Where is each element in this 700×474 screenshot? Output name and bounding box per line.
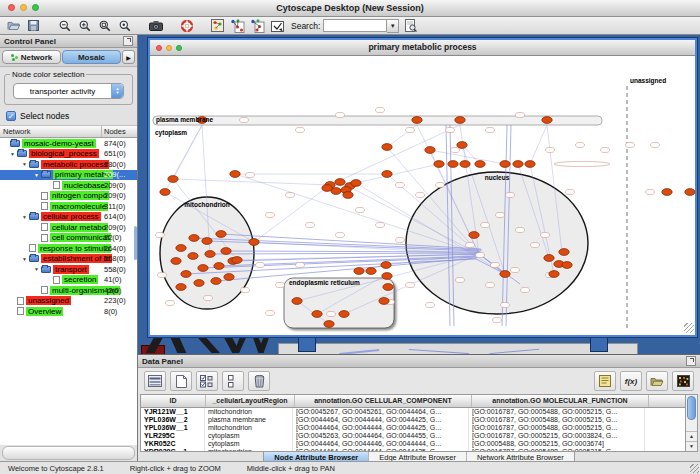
scrollbar-thumb[interactable] (687, 396, 696, 420)
network-close-button[interactable] (156, 45, 162, 51)
network-tree-row[interactable]: ▼primary metabo209(... (0, 170, 137, 181)
import-attributes-icon[interactable] (646, 371, 668, 391)
tab-mosaic[interactable]: Mosaic (62, 50, 121, 64)
network-tree-row[interactable]: cell communicat22(0) (0, 233, 137, 244)
select-attributes-icon[interactable] (196, 371, 218, 391)
tab-network[interactable]: Network (2, 50, 61, 64)
vizmapper-icon[interactable] (209, 19, 226, 33)
status-zoom-hint: Right-click + drag to ZOOM (130, 464, 221, 473)
table-row[interactable]: YJR121W__1mitochondrion[GO:0045267, GO:0… (141, 408, 685, 416)
network-tree-row[interactable]: response to stimulu264(0) (0, 243, 137, 254)
graph-edge (173, 179, 330, 185)
control-panel-hscrollbar[interactable] (2, 446, 135, 460)
network-zoom-button[interactable] (176, 45, 182, 51)
search-dropdown-arrow[interactable]: ▼ (387, 19, 399, 33)
graph-node-highlighted (181, 271, 191, 278)
tree-expand-arrow-icon[interactable]: ▼ (8, 151, 17, 157)
open-folder-icon[interactable] (5, 19, 22, 33)
network-tree-row[interactable]: ▼metabolic process280(0) (0, 159, 137, 170)
zoom-button[interactable] (32, 4, 39, 11)
table-row[interactable]: YPL036W__2plasma membrane[GO:0044464, GO… (141, 416, 685, 424)
tree-column-nodes[interactable]: Nodes (102, 126, 137, 137)
graph-node-highlighted (216, 231, 226, 238)
network-window-titlebar[interactable]: primary metabolic process (150, 40, 695, 56)
zoom-out-icon[interactable] (56, 19, 73, 33)
table-column-header[interactable]: annotation.GO CELLULAR_COMPONENT (295, 395, 472, 407)
network-view-window[interactable]: primary metabolic process plasma membran… (148, 38, 697, 337)
table-column-header[interactable]: annotation.GO MOLECULAR_FUNCTION (472, 395, 649, 407)
scroll-down-arrow-icon[interactable]: ▼ (686, 441, 697, 451)
network-minimize-button[interactable] (166, 45, 172, 51)
select-nodes-row: ✓ Select nodes (6, 111, 131, 121)
graph-node (446, 127, 455, 132)
attribute-notes-icon[interactable] (594, 371, 616, 391)
network-tree-row[interactable]: ▼establishment of lo558(0) (0, 254, 137, 265)
network-tree-row[interactable]: cellular metabo209(0) (0, 222, 137, 233)
tree-expand-arrow-icon[interactable]: ▼ (20, 161, 29, 167)
search-options-icon[interactable] (402, 19, 419, 33)
network-tree-row[interactable]: ▼transport558(0) (0, 264, 137, 275)
table-cell: [GO:0044464, GO:0044444, GO:0044425, G..… (293, 448, 469, 451)
attribute-matrix-icon[interactable] (672, 371, 694, 391)
graph-node (256, 262, 265, 267)
attribute-table-icon[interactable] (144, 371, 166, 391)
table-row[interactable]: YKR052Ccytoplasm[GO:0044464, GO:0044446,… (141, 440, 685, 448)
window-titlebar[interactable]: Cytoscape Desktop (New Session) (0, 0, 700, 17)
float-panel-icon[interactable] (686, 356, 696, 366)
float-panel-icon[interactable] (123, 36, 133, 46)
zoom-fit-icon[interactable] (116, 19, 133, 33)
network-tree-row[interactable]: nucleobase-209(0) (0, 180, 137, 191)
tree-expand-arrow-icon[interactable]: ▼ (32, 172, 41, 178)
save-icon[interactable] (25, 19, 42, 33)
graph-node-highlighted (500, 161, 510, 168)
tree-expand-arrow-icon[interactable]: ▼ (20, 214, 29, 220)
attribute-table-grid[interactable]: ID_cellularLayoutRegionannotation.GO CEL… (141, 395, 685, 451)
annotation-icon[interactable] (269, 19, 286, 33)
delete-attribute-icon[interactable] (248, 371, 270, 391)
control-panel: Control Panel Network Mosaic ▶ Node colo… (0, 35, 138, 461)
unselect-attributes-icon[interactable] (222, 371, 244, 391)
search-input[interactable] (323, 19, 387, 32)
network-tree-row[interactable]: mosaic-demo-yeast874(0) (0, 138, 137, 149)
network-tree-row[interactable]: multi-organism pro42(0) (0, 285, 137, 296)
help-lifering-icon[interactable] (178, 19, 195, 33)
edit-network-edges-icon[interactable] (249, 19, 266, 33)
formula-builder-icon[interactable]: f(x) (620, 371, 642, 391)
scroll-up-arrow-icon[interactable]: ▲ (686, 431, 697, 441)
new-attribute-icon[interactable] (170, 371, 192, 391)
network-desktop: primary metabolic process plasma membran… (138, 35, 700, 354)
tree-column-network[interactable]: Network (0, 126, 102, 137)
network-tree-row[interactable]: unassigned223(0) (0, 296, 137, 307)
network-tree-row[interactable]: ▼biological_process651(0) (0, 149, 137, 160)
zoom-in-icon[interactable] (76, 19, 93, 33)
tree-expand-arrow-icon[interactable]: ▼ (20, 256, 29, 262)
table-row[interactable]: YPL036W__1mitochondrion[GO:0044464, GO:0… (141, 424, 685, 432)
graph-node-highlighted (188, 253, 198, 260)
network-tree-row[interactable]: Overview8(0) (0, 306, 137, 317)
node-color-dropdown[interactable]: transporter activity ▲▼ (13, 83, 124, 99)
more-tabs-arrow-icon[interactable]: ▶ (122, 50, 135, 64)
table-row[interactable]: YDR039C__1mitochondrion[GO:0044464, GO:0… (141, 448, 685, 451)
table-vertical-scrollbar[interactable]: ▲ ▼ (685, 395, 697, 451)
tree-row-label: establishment of lo (41, 254, 112, 263)
network-tree-row[interactable]: nitrogen compo209(0) (0, 191, 137, 202)
snapshot-camera-icon[interactable] (147, 19, 164, 33)
app-resize-grip[interactable] (690, 464, 699, 473)
close-button[interactable] (8, 4, 15, 11)
window-resize-grip[interactable] (684, 323, 694, 333)
tree-expand-arrow-icon[interactable]: ▼ (32, 266, 41, 272)
network-graph-svg[interactable]: plasma membranecytoplasmmitochondrionnuc… (150, 56, 695, 334)
select-nodes-checkbox[interactable]: ✓ (6, 111, 16, 121)
zoom-selected-icon[interactable] (96, 19, 113, 33)
minimize-button[interactable] (20, 4, 27, 11)
table-column-header[interactable]: _cellularLayoutRegion (206, 395, 295, 407)
network-canvas[interactable]: plasma membranecytoplasmmitochondrionnuc… (150, 56, 695, 334)
table-column-header[interactable]: ID (141, 395, 206, 407)
table-row[interactable]: YLR295Ccytoplasm[GO:0045263, GO:0044464,… (141, 432, 685, 440)
network-tree-row[interactable]: ▼cellular process614(0) (0, 212, 137, 223)
network-tree-row[interactable]: secretion41(0) (0, 275, 137, 286)
table-cell: YPL036W__1 (141, 424, 205, 432)
network-tree-row[interactable]: macromolecule311(0) (0, 201, 137, 212)
table-cell: YKR052C (141, 440, 205, 448)
edit-network-nodes-icon[interactable] (229, 19, 246, 33)
